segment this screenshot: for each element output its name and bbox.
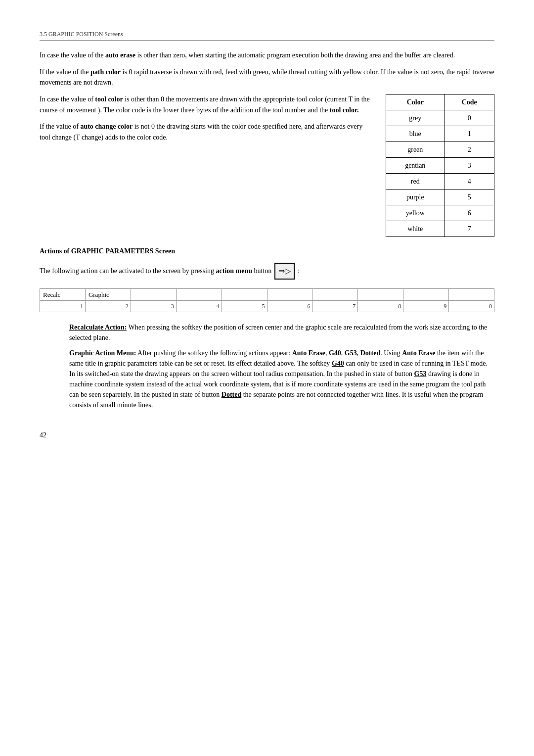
color-table-row: green2 [386, 142, 494, 158]
softkey-num-9: 9 [403, 301, 449, 312]
softkey-label-3[interactable] [131, 289, 177, 301]
color-cell-color: gentian [386, 158, 445, 174]
color-cell-color: purple [386, 189, 445, 205]
bold-g40-ref2: G40 [332, 360, 344, 367]
color-table: Color Code grey0blue1green2gentian3red4p… [386, 94, 494, 237]
desc-graphic-action: Graphic Action Menu: After pushing the s… [40, 348, 494, 410]
text-left: In case the value of tool color is other… [40, 94, 371, 237]
color-cell-color: white [386, 221, 445, 237]
graphic-action-body: After pushing the softkey the following … [69, 349, 488, 409]
softkey-num-7: 7 [312, 301, 358, 312]
desc-recalculate-content: Recalculate Action: When pressing the so… [69, 322, 494, 343]
softkey-num-1: 1 [40, 301, 86, 312]
softkey-label-2[interactable]: Graphic [86, 289, 131, 301]
softkey-num-2: 2 [86, 301, 131, 312]
bold-action-menu: action menu [216, 267, 253, 275]
bold-g53-ref2: G53 [414, 370, 427, 378]
action-menu-line: The following action can be activated to… [40, 263, 494, 280]
softkey-num-8: 8 [358, 301, 403, 312]
softkey-label-8[interactable] [358, 289, 403, 301]
paragraph-tool-color: In case the value of tool color is other… [40, 94, 371, 115]
softkey-label-9[interactable] [403, 289, 449, 301]
softkey-label-5[interactable] [222, 289, 267, 301]
color-cell-color: grey [386, 110, 445, 126]
recalculate-body: When pressing the softkey the position o… [69, 324, 487, 341]
color-cell-color: blue [386, 126, 445, 142]
softkey-num-4: 4 [177, 301, 222, 312]
color-table-row: gentian3 [386, 158, 494, 174]
color-cell-code: 1 [445, 126, 494, 142]
softkey-label-1[interactable]: Recalc [40, 289, 86, 301]
softkey-label-10[interactable] [449, 289, 494, 301]
bold-auto-erase-ref: Auto Erase [292, 349, 325, 357]
color-cell-code: 4 [445, 174, 494, 189]
softkey-num-6: 6 [267, 301, 313, 312]
bold-tool-color2: tool color. [330, 106, 359, 114]
color-cell-color: yellow [386, 205, 445, 221]
description-list: Recalculate Action: When pressing the so… [40, 322, 494, 410]
content-area: In case the value of tool color is other… [40, 94, 494, 237]
softkey-num-3: 3 [131, 301, 177, 312]
actions-heading: Actions of GRAPHIC PARAMETERS Screen [40, 246, 494, 257]
color-cell-code: 5 [445, 189, 494, 205]
bold-path-color: path color [90, 68, 121, 76]
color-cell-code: 6 [445, 205, 494, 221]
color-table-row: grey0 [386, 110, 494, 126]
graphic-action-term: Graphic Action Menu: [69, 349, 136, 357]
bold-auto-change-color: auto change color [80, 123, 133, 130]
color-table-col-code: Code [445, 94, 494, 110]
paragraph-auto-change-color: If the value of auto change color is not… [40, 121, 371, 142]
softkey-label-4[interactable] [177, 289, 222, 301]
color-table-col-color: Color [386, 94, 445, 110]
color-table-row: white7 [386, 221, 494, 237]
softkey-bar: Recalc Graphic 1 2 3 4 5 6 7 8 9 0 [40, 288, 494, 313]
color-table-header-row: Color Code [386, 94, 494, 110]
action-menu-text: The following action can be activated to… [40, 266, 271, 276]
softkey-label-7[interactable] [312, 289, 358, 301]
softkey-label-6[interactable] [267, 289, 313, 301]
color-table-row: blue1 [386, 126, 494, 142]
desc-graphic-content: Graphic Action Menu: After pushing the s… [69, 348, 494, 410]
softkey-bottom-row: 1 2 3 4 5 6 7 8 9 0 [40, 301, 494, 312]
color-cell-code: 3 [445, 158, 494, 174]
paragraph-path-color: If the value of the path color is 0 rapi… [40, 67, 494, 88]
bold-tool-color: tool color [95, 95, 123, 103]
action-menu-colon: : [298, 266, 300, 276]
color-cell-code: 7 [445, 221, 494, 237]
section-header: 3.5 GRAPHIC POSITION Screens [40, 30, 494, 41]
action-menu-icon[interactable]: ⇒▷ [274, 263, 295, 280]
bold-dotted-ref2: Dotted [222, 391, 241, 398]
bold-dotted-ref: Dotted [360, 349, 380, 357]
color-cell-color: green [386, 142, 445, 158]
color-table-row: purple5 [386, 189, 494, 205]
page-number: 42 [40, 430, 494, 440]
bold-g53-ref: G53 [345, 349, 357, 357]
paragraph-auto-erase: In case the value of the auto erase is o… [40, 50, 494, 61]
color-table-row: yellow6 [386, 205, 494, 221]
color-cell-code: 0 [445, 110, 494, 126]
color-cell-color: red [386, 174, 445, 189]
color-table-container: Color Code grey0blue1green2gentian3red4p… [386, 94, 494, 237]
softkey-top-row: Recalc Graphic [40, 289, 494, 301]
color-table-row: red4 [386, 174, 494, 189]
bold-auto-erase: auto erase [105, 51, 135, 59]
softkey-num-0: 0 [449, 301, 494, 312]
color-cell-code: 2 [445, 142, 494, 158]
bold-g40-ref: G40 [329, 349, 341, 357]
softkey-num-5: 5 [222, 301, 267, 312]
recalculate-term: Recalculate Action: [69, 324, 127, 331]
desc-recalculate: Recalculate Action: When pressing the so… [40, 322, 494, 343]
bold-auto-erase-ref2: Auto Erase [402, 349, 435, 357]
